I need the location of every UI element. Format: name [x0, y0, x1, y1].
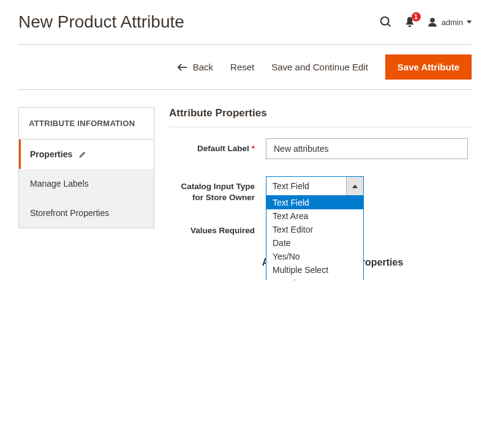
save-continue-button[interactable]: Save and Continue Edit — [271, 62, 368, 72]
arrow-left-icon — [177, 63, 188, 72]
chevron-down-icon — [467, 20, 472, 24]
sidebar: ATTRIBUTE INFORMATION Properties Manage … — [18, 107, 154, 228]
option-dropdown[interactable]: Dropdown — [266, 277, 363, 280]
dropdown-list: Text Field Text Area Text Editor Date Ye… — [266, 196, 364, 280]
sidebar-item-manage-labels[interactable]: Manage Labels — [19, 169, 154, 198]
sidebar-heading: ATTRIBUTE INFORMATION — [19, 108, 154, 140]
reset-button[interactable]: Reset — [230, 62, 254, 72]
svg-point-2 — [430, 18, 435, 23]
divider — [169, 127, 472, 127]
sidebar-item-label: Properties — [30, 149, 72, 159]
option-date[interactable]: Date — [266, 236, 363, 250]
back-label: Back — [193, 62, 213, 72]
admin-menu[interactable]: admin — [427, 17, 472, 28]
notification-badge: 1 — [412, 12, 421, 21]
save-attribute-button[interactable]: Save Attribute — [385, 54, 472, 80]
page-title: New Product Attribute — [18, 12, 184, 32]
catalog-input-type-select[interactable]: Text Field Text Field Text Area Text Edi… — [266, 176, 364, 196]
catalog-input-type-label: Catalog Input Type for Store Owner — [169, 176, 266, 203]
default-label-input[interactable] — [266, 138, 468, 159]
option-text-field[interactable]: Text Field — [266, 196, 363, 209]
sidebar-item-properties[interactable]: Properties — [19, 140, 154, 169]
chevron-up-icon[interactable] — [346, 177, 363, 195]
option-multiple-select[interactable]: Multiple Select — [266, 263, 363, 277]
pencil-icon — [78, 151, 86, 159]
required-star: * — [252, 144, 255, 153]
svg-line-1 — [387, 24, 390, 27]
notifications-icon[interactable]: 1 — [404, 16, 416, 28]
svg-point-0 — [380, 17, 388, 25]
option-text-editor[interactable]: Text Editor — [266, 223, 363, 236]
admin-label: admin — [442, 18, 463, 27]
option-text-area[interactable]: Text Area — [266, 209, 363, 223]
default-label-label: Default Label* — [169, 138, 266, 154]
sidebar-item-storefront-properties[interactable]: Storefront Properties — [19, 198, 154, 228]
divider — [18, 89, 472, 90]
values-required-label: Values Required — [169, 220, 266, 236]
search-icon[interactable] — [379, 15, 393, 29]
section-title: Attribute Properties — [169, 107, 472, 119]
back-button[interactable]: Back — [177, 62, 213, 72]
label-text: Default Label — [197, 144, 249, 153]
select-value: Text Field — [266, 177, 346, 195]
option-yes-no[interactable]: Yes/No — [266, 250, 363, 263]
